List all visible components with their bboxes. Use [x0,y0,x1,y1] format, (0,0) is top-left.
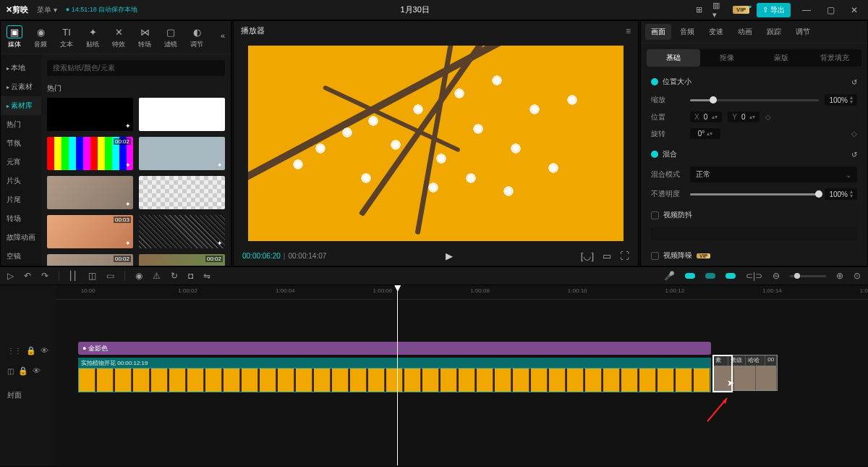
opacity-value[interactable]: 100%▴▾ [825,188,857,200]
fit-icon[interactable]: ⊙ [854,271,861,281]
delete-right-icon[interactable]: ▭ [106,271,114,281]
ratio-icon[interactable]: ▭ [603,251,611,261]
nav-item[interactable]: 元宵 [1,153,41,172]
stab-checkbox[interactable] [651,211,659,219]
proptab-anim[interactable]: 动画 [732,24,758,40]
media-thumbnail[interactable]: ✦ [139,176,225,209]
cover-label[interactable]: 封面 [0,382,56,408]
media-thumbnail[interactable]: ✦ [47,176,133,209]
caution-icon[interactable]: ⚠ [153,271,161,281]
tab-audio[interactable]: ◉音频 [33,25,48,49]
track-controls[interactable]: ⋮⋮🔒👁 [0,342,56,359]
rotation-value[interactable]: 0°▴▾ [690,128,720,139]
freeze-icon[interactable]: ◉ [135,271,142,281]
player-menu-icon[interactable]: ≡ [626,26,631,36]
tab-media[interactable]: ▣媒体 [7,25,22,49]
media-thumbnail[interactable]: 00:02✦ [47,137,133,170]
zoom-slider[interactable] [790,275,826,277]
toggle-pill[interactable] [705,273,715,279]
blend-mode-select[interactable]: 正常⌄ [690,167,857,182]
tab-transition[interactable]: ⋈转场 [137,25,153,49]
minimize-button[interactable]: — [798,5,815,15]
mic-icon[interactable]: 🎤 [664,271,675,281]
mirror-icon[interactable]: ⇋ [203,271,210,281]
zoom-in-icon[interactable]: ⊕ [836,271,843,281]
undo-icon[interactable]: ↶ [24,271,31,281]
close-button[interactable]: ✕ [846,5,862,15]
magnet-icon[interactable]: ⊂|⊃ [746,271,762,281]
proptab-speed[interactable]: 变速 [703,24,729,40]
vip-badge[interactable]: VIP [733,6,749,14]
crop-icon[interactable]: ◘ [188,271,193,281]
play-button[interactable]: ▶ [446,251,453,261]
nav-library[interactable]: 素材库 [1,96,41,115]
video-clip-2[interactable]: 素级 转素级 转场哈哈哈大笑00 [712,355,778,391]
search-input[interactable]: 搜索贴纸/颜色/元素 [47,60,225,76]
nav-item[interactable]: 节氛 [1,134,41,153]
tab-text[interactable]: TI文本 [59,25,75,49]
time-ruler[interactable]: 10:001:00:021:00:041:00:061:00:081:00:10… [56,285,868,300]
track-controls[interactable]: ◫🔒👁 [0,362,56,379]
scale-slider[interactable] [690,99,819,101]
proptab-audio[interactable]: 音频 [674,24,700,40]
subtab-bg[interactable]: 背景填充 [808,49,861,67]
nav-item[interactable]: 空镜 [1,247,41,266]
export-button[interactable]: ⇧导出 [757,3,791,17]
media-thumbnail[interactable]: 00:02✦ [139,254,225,266]
tab-adjust[interactable]: ◐调节 [189,25,205,49]
opacity-slider[interactable] [690,193,819,195]
tab-sticker[interactable]: ✦贴纸 [85,25,101,49]
tab-filter[interactable]: ▢滤镜 [163,25,179,49]
keyframe-icon[interactable]: ◇ [851,130,857,138]
nav-item[interactable]: 转场 [1,209,41,228]
subtab-cutout[interactable]: 抠像 [700,49,754,67]
denoise-checkbox[interactable] [651,252,659,260]
toggle-icon[interactable] [651,151,658,158]
subtab-basic[interactable]: 基础 [647,49,700,67]
zoom-out-icon[interactable]: ⊖ [773,271,780,281]
select-tool-icon[interactable]: ▷ [7,271,14,281]
maximize-button[interactable]: ▢ [822,5,839,15]
player-stage[interactable] [234,41,638,246]
nav-item[interactable]: 故障动画 [1,228,41,247]
video-preview[interactable] [248,46,624,241]
media-thumbnail[interactable]: 00:03✦ [47,215,133,248]
collapse-icon[interactable]: « [221,31,225,40]
reset-icon[interactable]: ↺ [851,78,857,86]
toggle-pill[interactable] [685,273,695,279]
nav-item[interactable]: 片头 [1,172,41,190]
proptab-picture[interactable]: 画面 [645,24,671,40]
pos-x-input[interactable]: X0▴▾ [690,112,722,122]
nav-item[interactable]: 片尾 [1,190,41,209]
media-thumbnail[interactable]: ✦ [139,98,225,131]
playhead[interactable] [397,285,398,466]
nav-hot[interactable]: 热门 [1,115,41,134]
redo-icon[interactable]: ↷ [41,271,48,281]
tab-effect[interactable]: ✕特效 [111,25,127,49]
split-icon[interactable]: ⎢⎢ [69,271,78,281]
media-thumbnail[interactable]: ✦ [47,98,133,131]
proptab-track[interactable]: 跟踪 [761,24,787,40]
menu-dropdown[interactable]: 菜单 ▾ [37,5,57,15]
proptab-adjust[interactable]: 调节 [790,24,816,40]
media-thumbnail[interactable]: ✦ [139,215,225,248]
media-thumbnail[interactable]: 00:02✦ [47,254,133,266]
subtab-mask[interactable]: 蒙版 [754,49,808,67]
reset-icon[interactable]: ↺ [851,151,857,159]
nav-local[interactable]: 本地 [1,59,41,77]
reverse-icon[interactable]: ↻ [171,271,178,281]
fullscreen-icon[interactable]: ⛶ [620,251,629,261]
video-track-clip[interactable] [78,368,711,392]
scale-icon[interactable]: [◡] [581,251,594,261]
layout-icon[interactable]: ▥ ▾ [712,4,726,17]
filter-track-clip[interactable]: ● 金影色 [78,342,711,355]
shortcut-icon[interactable]: ⊞ [692,4,705,17]
nav-cloud[interactable]: 云素材 [1,77,41,96]
scale-value[interactable]: 100%▴▾ [825,94,857,106]
toggle-pill[interactable] [726,273,736,279]
media-thumbnail[interactable]: ✦ [139,137,225,170]
pos-y-input[interactable]: Y0▴▾ [728,112,760,122]
keyframe-icon[interactable]: ◇ [765,113,771,121]
delete-left-icon[interactable]: ◫ [88,271,96,281]
toggle-icon[interactable] [651,78,658,85]
